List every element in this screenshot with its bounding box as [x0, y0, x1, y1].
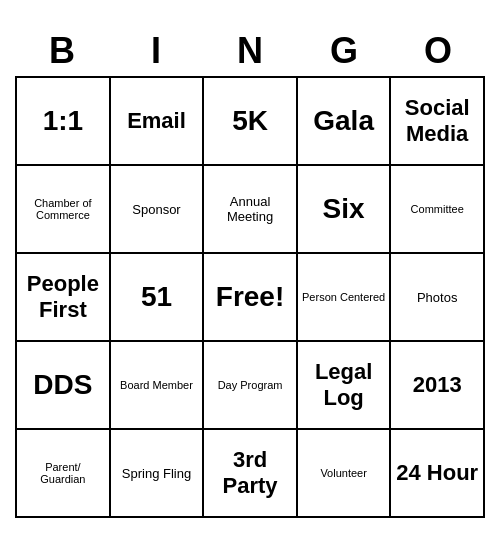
- bingo-cell: Email: [110, 77, 203, 165]
- bingo-cell: Gala: [297, 77, 391, 165]
- bingo-cell: Free!: [203, 253, 297, 341]
- header-n: N: [203, 26, 297, 76]
- table-row: 1:1Email5KGalaSocial Media: [16, 77, 484, 165]
- bingo-cell: Committee: [390, 165, 484, 253]
- bingo-cell: Chamber of Commerce: [16, 165, 110, 253]
- bingo-cell: 1:1: [16, 77, 110, 165]
- bingo-cell: DDS: [16, 341, 110, 429]
- header-o: O: [391, 26, 485, 76]
- bingo-cell: 3rd Party: [203, 429, 297, 517]
- header-i: I: [109, 26, 203, 76]
- bingo-cell: People First: [16, 253, 110, 341]
- header-g: G: [297, 26, 391, 76]
- bingo-cell: 24 Hour: [390, 429, 484, 517]
- header-b: B: [15, 26, 109, 76]
- bingo-cell: 51: [110, 253, 203, 341]
- bingo-cell: Photos: [390, 253, 484, 341]
- bingo-cell: Social Media: [390, 77, 484, 165]
- table-row: Chamber of CommerceSponsorAnnual Meeting…: [16, 165, 484, 253]
- bingo-cell: Six: [297, 165, 391, 253]
- table-row: Parent/ GuardianSpring Fling3rd PartyVol…: [16, 429, 484, 517]
- bingo-cell: Sponsor: [110, 165, 203, 253]
- bingo-cell: 5K: [203, 77, 297, 165]
- bingo-cell: Parent/ Guardian: [16, 429, 110, 517]
- bingo-cell: Annual Meeting: [203, 165, 297, 253]
- bingo-header: B I N G O: [15, 26, 485, 76]
- table-row: DDSBoard MemberDay ProgramLegal Log2013: [16, 341, 484, 429]
- bingo-cell: Day Program: [203, 341, 297, 429]
- bingo-cell: Board Member: [110, 341, 203, 429]
- bingo-cell: Volunteer: [297, 429, 391, 517]
- bingo-cell: Person Centered: [297, 253, 391, 341]
- bingo-cell: Legal Log: [297, 341, 391, 429]
- bingo-grid: 1:1Email5KGalaSocial MediaChamber of Com…: [15, 76, 485, 518]
- table-row: People First51Free!Person CenteredPhotos: [16, 253, 484, 341]
- bingo-cell: 2013: [390, 341, 484, 429]
- bingo-cell: Spring Fling: [110, 429, 203, 517]
